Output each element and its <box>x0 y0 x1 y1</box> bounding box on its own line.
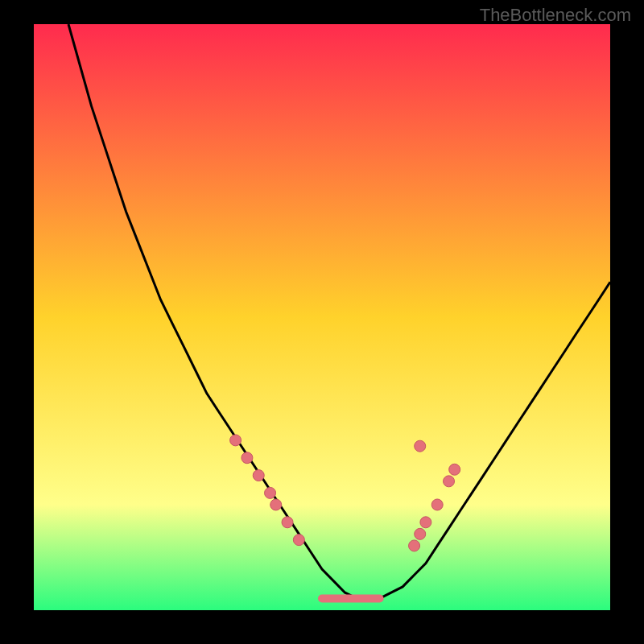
data-marker <box>265 487 276 498</box>
data-marker <box>444 476 455 487</box>
gradient-bg <box>34 24 610 610</box>
data-marker <box>230 435 242 446</box>
data-marker <box>293 535 304 546</box>
chart-container: TheBottleneck.com <box>0 0 644 644</box>
data-marker <box>449 464 460 475</box>
data-marker <box>282 517 293 528</box>
data-marker <box>409 540 420 551</box>
chart-svg <box>34 24 610 610</box>
data-marker <box>270 499 282 510</box>
data-marker <box>415 528 426 539</box>
data-marker <box>415 440 426 452</box>
data-marker <box>242 452 253 464</box>
data-marker <box>253 470 264 481</box>
plot-area <box>34 24 610 610</box>
watermark-text: TheBottleneck.com <box>480 5 631 26</box>
data-marker <box>420 517 431 528</box>
data-marker <box>431 499 443 510</box>
